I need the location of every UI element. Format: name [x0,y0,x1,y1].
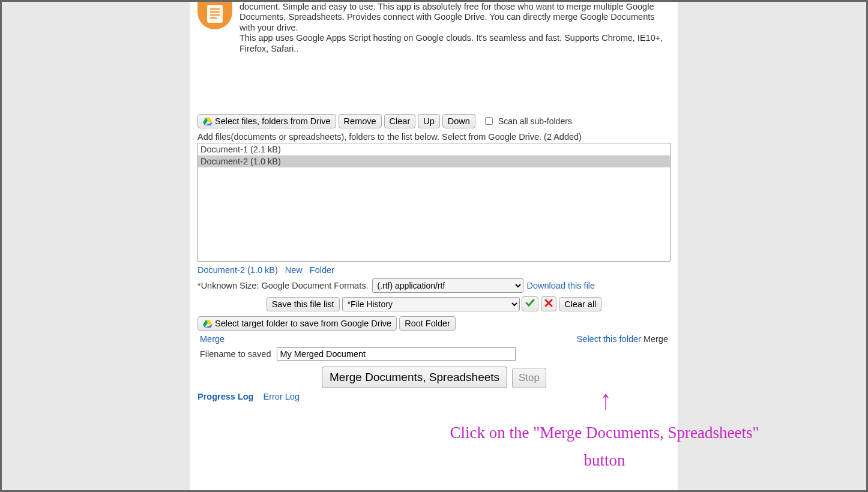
file-list-item[interactable]: Document-1 (2.1 kB) [198,143,670,155]
svg-rect-0 [207,5,223,23]
drive-icon [203,319,212,328]
scan-subfolders-checkbox[interactable]: Scan all sub-folders [483,115,572,127]
selected-file-link[interactable]: Document-2 (1.0 kB) [197,265,278,275]
folder-link[interactable]: Folder [310,265,334,275]
file-list[interactable]: Document-1 (2.1 kB)Document-2 (1.0 kB) [197,143,671,262]
file-history-select[interactable]: *File History [342,297,520,311]
remove-button[interactable]: Remove [339,114,382,128]
format-label: *Unknown Size: Google Document Formats. [197,281,369,290]
confirm-button[interactable] [522,296,538,311]
merge-link[interactable]: Merge [200,334,225,344]
clear-all-button[interactable]: Clear all [559,297,601,311]
check-icon [525,299,535,309]
annotation-arrow: ↑ [600,383,611,416]
select-target-folder-button[interactable]: Select target folder to save from Google… [197,316,397,331]
down-button[interactable]: Down [442,114,475,128]
scan-subfolders-input[interactable] [485,117,493,125]
app-description: document. Simple and easy to use. This a… [240,2,671,54]
filename-label: Filename to saved [200,349,271,359]
file-list-item[interactable]: Document-2 (1.0 kB) [198,155,670,167]
up-button[interactable]: Up [418,114,440,128]
x-icon [544,299,553,309]
app-icon [197,2,232,29]
scan-subfolders-label: Scan all sub-folders [498,116,572,126]
format-select[interactable]: (.rtf) application/rtf [372,278,523,293]
annotation-text: Click on the "Merge Documents, Spreadshe… [448,419,761,475]
root-folder-button[interactable]: Root Folder [399,316,456,331]
select-files-button[interactable]: Select files, folders from Drive [197,114,336,128]
merge-documents-button[interactable]: Merge Documents, Spreadsheets [322,367,507,388]
add-files-hint: Add files(documents or spreadsheets), fo… [197,132,671,142]
new-link[interactable]: New [285,265,303,275]
progress-log-tab[interactable]: Progress Log [197,392,253,401]
save-file-list-button[interactable]: Save this file list [267,297,340,311]
select-folder-link[interactable]: Select this folder [577,334,641,344]
stop-button[interactable]: Stop [512,368,546,388]
drive-icon [203,117,212,125]
merge-text: Merge [643,334,668,344]
error-log-tab[interactable]: Error Log [264,392,300,401]
delete-button[interactable] [541,296,556,311]
download-file-link[interactable]: Download this file [527,281,595,290]
clear-button[interactable]: Clear [384,114,416,128]
filename-input[interactable] [277,347,516,361]
